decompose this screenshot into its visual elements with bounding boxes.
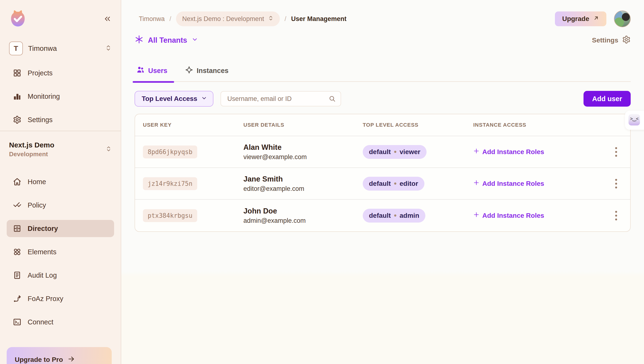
sidebar-item-directory[interactable]: Directory <box>7 220 114 237</box>
sidebar-item-settings[interactable]: Settings <box>7 111 114 128</box>
sidebar-header <box>7 10 114 28</box>
sidebar-item-policy[interactable]: Policy <box>7 197 114 214</box>
sidebar-item-label: Connect <box>28 318 53 326</box>
badge-tenant: default <box>369 148 391 156</box>
home-icon <box>13 177 22 186</box>
user-avatar[interactable] <box>614 11 631 27</box>
user-email: editor@example.com <box>244 184 363 193</box>
breadcrumb-project-label: Next.js Demo : Development <box>182 15 264 23</box>
tab-users[interactable]: Users <box>134 66 169 76</box>
table-header-row: USER KEY USER DETAILS TOP LEVEL ACCESS I… <box>135 114 630 136</box>
plus-icon <box>473 179 480 188</box>
row-menu-button[interactable] <box>610 176 622 191</box>
chevrons-up-down-icon <box>105 45 112 52</box>
gear-icon <box>622 35 631 46</box>
settings-link-label: Settings <box>592 37 618 44</box>
column-header-user-details: USER DETAILS <box>244 122 363 128</box>
sidebar-item-label: Elements <box>28 248 56 256</box>
arrow-right-icon <box>68 355 75 364</box>
sidebar-item-label: Policy <box>28 201 46 209</box>
sidebar: T Timonwa Projects Monitoring <box>0 0 121 364</box>
table-toolbar: Top Level Access Add user <box>134 91 631 107</box>
breadcrumb-separator: / <box>284 15 286 23</box>
sidebar-item-label: Home <box>28 178 46 186</box>
sidebar-collapse-button[interactable] <box>102 14 113 24</box>
badge-dot <box>394 215 396 217</box>
breadcrumb-project-selector[interactable]: Next.js Demo : Development <box>176 12 280 26</box>
add-instance-roles-link[interactable]: Add Instance Roles <box>473 212 544 220</box>
search-box <box>220 91 341 106</box>
user-key: jz14r9kzi75n <box>143 177 197 190</box>
tab-label: Users <box>148 67 168 75</box>
sidebar-item-label: Settings <box>28 116 53 124</box>
upgrade-button-label: Upgrade <box>562 15 589 23</box>
access-filter-label: Top Level Access <box>142 95 197 103</box>
sidebar-item-elements[interactable]: Elements <box>7 243 114 260</box>
project-environment: Development <box>9 150 106 158</box>
sidebar-item-connect[interactable]: Connect <box>7 313 114 331</box>
circles-grid-icon <box>13 248 22 256</box>
access-badge: default editor <box>363 177 424 191</box>
bar-chart-icon <box>13 92 22 101</box>
add-instance-roles-label: Add Instance Roles <box>482 212 544 220</box>
access-badge: default viewer <box>363 145 426 159</box>
tenant-bar: All Tenants Settings <box>134 35 631 46</box>
user-details: John Doe admin@example.com <box>244 206 363 225</box>
sidebar-item-foaz-proxy[interactable]: FoAz Proxy <box>7 290 114 307</box>
sidebar-project-nav: Home Policy Directory Elements <box>7 173 114 331</box>
tenant-selector[interactable]: All Tenants <box>134 35 198 46</box>
project-switcher[interactable]: Next.js Demo Development <box>7 140 114 158</box>
search-icon <box>329 95 336 103</box>
settings-link[interactable]: Settings <box>592 35 631 46</box>
feedback-widget: >‿< <box>625 111 644 130</box>
sidebar-item-projects[interactable]: Projects <box>7 64 114 82</box>
sidebar-item-audit-log[interactable]: Audit Log <box>7 267 114 284</box>
org-name: Timonwa <box>28 44 100 53</box>
sidebar-item-home[interactable]: Home <box>7 173 114 190</box>
row-menu-button[interactable] <box>610 208 622 223</box>
sidebar-item-monitoring[interactable]: Monitoring <box>7 88 114 105</box>
badge-role: viewer <box>400 148 420 156</box>
app-root: T Timonwa Projects Monitoring <box>0 0 644 364</box>
org-switcher[interactable]: T Timonwa <box>7 42 114 55</box>
add-instance-roles-link[interactable]: Add Instance Roles <box>473 179 544 188</box>
add-user-button[interactable]: Add user <box>584 91 631 107</box>
app-logo-icon <box>9 9 27 29</box>
plus-icon <box>473 212 480 220</box>
chevron-down-icon <box>192 36 198 45</box>
add-instance-roles-link[interactable]: Add Instance Roles <box>473 148 544 156</box>
terminal-icon <box>13 318 22 326</box>
chevron-down-icon <box>201 95 207 103</box>
tab-instances[interactable]: Instances <box>183 66 230 76</box>
upgrade-to-pro-label: Upgrade to Pro <box>15 356 63 363</box>
top-bar-actions: Upgrade <box>555 11 631 27</box>
sidebar-item-label: Directory <box>28 225 58 233</box>
project-name: Next.js Demo <box>9 140 106 150</box>
column-header-top-level-access: TOP LEVEL ACCESS <box>363 122 473 128</box>
user-name: John Doe <box>244 206 363 216</box>
main-content: Timonwa / Next.js Demo : Development / U… <box>121 0 644 364</box>
asterisk-icon <box>134 35 144 46</box>
breadcrumb-org[interactable]: Timonwa <box>139 15 165 23</box>
upgrade-button[interactable]: Upgrade <box>555 12 606 26</box>
search-input[interactable] <box>220 91 341 106</box>
sidebar-item-label: Projects <box>28 69 53 77</box>
sidebar-org-nav: Projects Monitoring Settings <box>7 64 114 128</box>
table-row: jz14r9kzi75n Jane Smith editor@example.c… <box>135 168 630 200</box>
column-header-user-key: USER KEY <box>143 122 244 128</box>
table-row: ptx384krbgsu John Doe admin@example.com … <box>135 200 630 231</box>
project-names: Next.js Demo Development <box>9 140 106 158</box>
badge-tenant: default <box>369 212 391 220</box>
tab-label: Instances <box>197 67 229 75</box>
row-menu-button[interactable] <box>610 144 622 159</box>
user-name: Jane Smith <box>244 174 363 184</box>
tenant-selector-label: All Tenants <box>148 36 187 45</box>
breadcrumb-page: User Management <box>291 15 346 23</box>
user-key: 8pd66jkpyqsb <box>143 145 197 158</box>
plus-icon <box>473 148 480 156</box>
upgrade-to-pro-button[interactable]: Upgrade to Pro <box>7 347 112 364</box>
feedback-widget-button[interactable]: >‿< <box>628 114 640 125</box>
access-filter-dropdown[interactable]: Top Level Access <box>134 91 214 107</box>
grid-icon <box>13 69 22 77</box>
badge-dot <box>394 183 396 185</box>
